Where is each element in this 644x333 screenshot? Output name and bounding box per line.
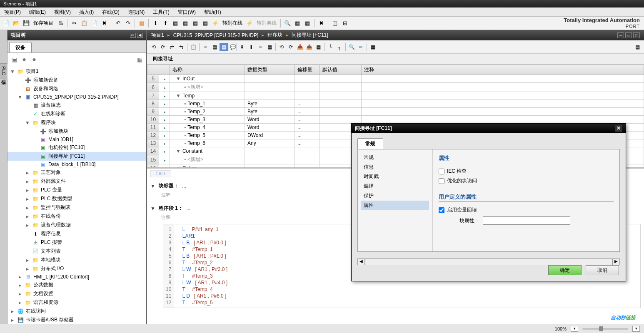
tree-node[interactable]: ▼▣CPU315_2PN/DP [CPU 315-2 PN/DP] bbox=[7, 93, 146, 101]
tree-node[interactable]: ▸📁设备代理数据 bbox=[7, 221, 146, 229]
icon[interactable]: ▦ bbox=[137, 19, 146, 28]
tree-node[interactable]: ▣电机控制 [FC10] bbox=[7, 143, 146, 152]
tree-node[interactable]: ▸📁PLC 变量 bbox=[7, 186, 146, 194]
tree-twisty[interactable]: ▼ bbox=[25, 120, 30, 126]
scroll-right-icon[interactable]: ▶ bbox=[612, 258, 620, 265]
tree-node[interactable]: ▸📁PLC 数据类型 bbox=[7, 194, 146, 203]
table-row[interactable]: 9⬥▪Temp_2Byte... bbox=[147, 108, 644, 116]
split-v-icon[interactable]: ⊟ bbox=[340, 19, 349, 28]
editor-restore-icon[interactable]: ▭ bbox=[625, 32, 632, 38]
tree-twisty[interactable]: ▸ bbox=[25, 214, 30, 219]
icon[interactable]: ⇆ bbox=[177, 43, 185, 51]
tree-node[interactable]: ▸📁分布式 I/O bbox=[7, 264, 146, 273]
zoom-dropdown2[interactable]: ▾ bbox=[632, 326, 640, 332]
dialog-nav-item[interactable]: 信息 bbox=[361, 162, 429, 172]
menu-item[interactable]: 窗口(W) bbox=[174, 7, 200, 16]
icon[interactable]: ⟲ bbox=[150, 43, 158, 51]
expand-icon[interactable]: ● bbox=[30, 55, 38, 64]
panel-minimize-icon[interactable]: ▭ bbox=[130, 33, 136, 38]
cancel-button[interactable]: 取消 bbox=[586, 265, 619, 275]
tree-twisty[interactable]: ▸ bbox=[10, 308, 15, 314]
icon[interactable]: ▦ bbox=[265, 43, 274, 51]
dialog-nav-item[interactable]: 时间戳 bbox=[361, 172, 429, 181]
tree-twisty[interactable]: ▸ bbox=[25, 179, 30, 184]
tree-view-icon[interactable]: ▦ bbox=[135, 55, 144, 64]
tree-node[interactable]: ▸📁在线备份 bbox=[7, 212, 146, 221]
tree-node[interactable]: ▸🖥HMI_1 [KP1200 Comfort] bbox=[7, 273, 146, 281]
optimized-access-checkbox[interactable] bbox=[439, 178, 444, 184]
project-tree[interactable]: ▼📁项目1➕添加新设备⊞设备和网络▼▣CPU315_2PN/DP [CPU 31… bbox=[7, 66, 146, 326]
icon[interactable]: 📥 bbox=[296, 43, 304, 51]
icon[interactable]: ▦ bbox=[171, 19, 180, 28]
general-tab[interactable]: 常规 bbox=[357, 138, 383, 149]
table-row[interactable]: 10⬥▪Temp_3Word... bbox=[147, 116, 644, 124]
icon[interactable]: 🔍 bbox=[283, 19, 292, 28]
dialog-title-bar[interactable]: 间接寻址 [FC11] ✕ bbox=[352, 124, 626, 133]
icon[interactable]: ▦ bbox=[303, 19, 312, 28]
tree-icon[interactable]: ▣ bbox=[10, 55, 18, 64]
save-project-button[interactable]: 保存项目 bbox=[32, 20, 55, 27]
icon[interactable]: ┐ bbox=[335, 43, 344, 51]
download-icon[interactable]: ⬇ bbox=[151, 19, 160, 28]
scroll-left-icon[interactable]: ◀ bbox=[357, 258, 365, 265]
tree-twisty[interactable]: ▸ bbox=[17, 274, 22, 280]
tree-node[interactable]: ▦设备组态 bbox=[7, 101, 146, 109]
collapse-icon[interactable]: ● bbox=[20, 55, 28, 64]
panel-toggle-icon[interactable]: ▤ bbox=[633, 43, 642, 51]
tree-twisty[interactable]: ▸ bbox=[10, 317, 15, 323]
dialog-nav-item[interactable]: 保护 bbox=[361, 191, 429, 201]
icon[interactable]: ≡ bbox=[201, 43, 210, 51]
tree-node[interactable]: ▣Data_block_1 [DB10] bbox=[7, 161, 146, 168]
delete-icon[interactable]: ✖ bbox=[100, 19, 109, 28]
tree-node[interactable]: ▸💾卡读卡器/USB 存储器 bbox=[7, 316, 146, 324]
glasses-icon[interactable]: ∞ bbox=[357, 43, 365, 51]
redo-icon[interactable]: ↷ bbox=[123, 19, 132, 28]
tree-twisty[interactable]: ▸ bbox=[25, 196, 30, 202]
menu-item[interactable]: 项目(P) bbox=[0, 7, 25, 16]
tree-node[interactable]: 📄文本列表 bbox=[7, 247, 146, 256]
menu-item[interactable]: 选项(N) bbox=[124, 7, 149, 16]
icon[interactable]: ⬇ bbox=[238, 43, 246, 51]
tree-node[interactable]: ⚠PLC 报警 bbox=[7, 238, 146, 247]
open-project-icon[interactable]: 📂 bbox=[12, 19, 21, 28]
undo-icon[interactable]: ↶ bbox=[113, 19, 122, 28]
icon[interactable]: 💬 bbox=[229, 43, 237, 51]
copy-icon[interactable]: 📋 bbox=[80, 19, 89, 28]
tree-node[interactable]: ▸📁外部源文件 bbox=[7, 177, 146, 186]
go-online-icon[interactable]: ⚡ bbox=[211, 19, 220, 28]
editor-minimize-icon[interactable]: ─ bbox=[617, 32, 624, 38]
table-row[interactable]: 6⬥▪<新增> bbox=[147, 83, 644, 92]
tree-twisty[interactable]: ▸ bbox=[17, 282, 22, 288]
ok-button[interactable]: 确定 bbox=[548, 265, 582, 275]
save-icon[interactable]: 💾 bbox=[22, 19, 31, 28]
tree-twisty[interactable]: ▸ bbox=[17, 291, 22, 297]
icon[interactable]: ▤ bbox=[220, 43, 228, 51]
icon[interactable]: ▦ bbox=[369, 43, 377, 51]
icon[interactable]: ⟳ bbox=[159, 43, 167, 51]
tree-twisty[interactable]: ▸ bbox=[25, 257, 30, 263]
enable-readback-checkbox[interactable] bbox=[439, 207, 444, 213]
icon[interactable]: ▦ bbox=[191, 19, 200, 28]
tree-twisty[interactable]: ▸ bbox=[25, 266, 30, 272]
block-attr-input[interactable] bbox=[483, 216, 570, 225]
icon[interactable]: ▦ bbox=[201, 19, 210, 28]
icon[interactable]: 📤 bbox=[305, 43, 313, 51]
tree-node[interactable]: ▼📁程序块 bbox=[7, 118, 146, 127]
iec-check-row[interactable]: IEC 检查 bbox=[439, 166, 614, 176]
dialog-nav-item[interactable]: 属性 bbox=[361, 201, 429, 210]
icon[interactable]: ⬆ bbox=[247, 43, 255, 51]
go-offline-button[interactable]: 转到离线 bbox=[255, 20, 278, 27]
tree-node[interactable]: ▸📁公共数据 bbox=[7, 281, 146, 289]
icon[interactable]: ⟲ bbox=[277, 43, 286, 51]
tree-node[interactable]: ▸📁工艺对象 bbox=[7, 168, 146, 177]
paste-icon[interactable]: 📄 bbox=[90, 19, 99, 28]
devices-tab[interactable]: 设备 bbox=[9, 42, 32, 52]
icon[interactable]: 🔍 bbox=[347, 43, 356, 51]
tree-node[interactable]: ▸🌐在线访问 bbox=[7, 307, 146, 316]
table-row[interactable]: 8⬥▪Temp_1Byte... bbox=[147, 100, 644, 108]
split-h-icon[interactable]: ◫ bbox=[330, 19, 339, 28]
collapse-icon[interactable]: ▼ bbox=[150, 206, 155, 211]
scroll-track[interactable] bbox=[365, 258, 612, 265]
menu-item[interactable]: 编辑(E) bbox=[25, 7, 50, 16]
go-offline-icon[interactable]: ⚡ bbox=[245, 19, 254, 28]
